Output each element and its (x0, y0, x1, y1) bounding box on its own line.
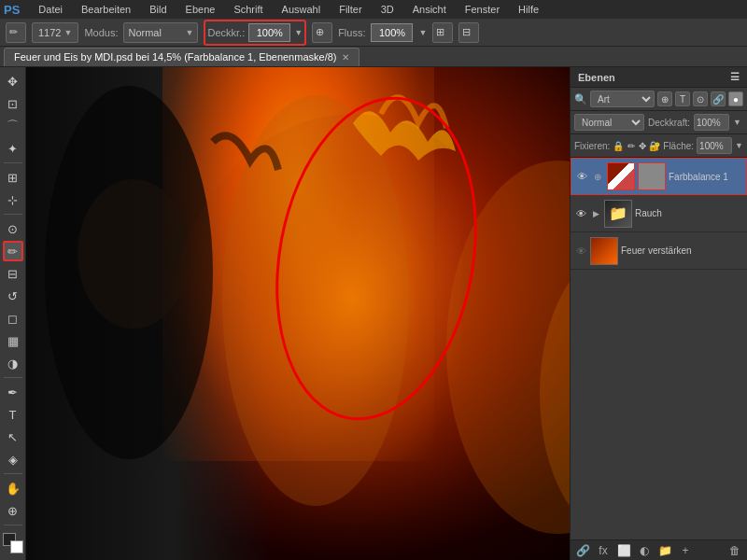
filter-search-icon: 🔍 (574, 93, 587, 105)
layer-visibility-rauch[interactable]: 👁 (574, 207, 587, 220)
add-link-button[interactable]: 🔗 (574, 542, 591, 559)
layer-visibility-feuer[interactable]: 👁 (574, 245, 587, 258)
deckkraft-chevron-icon: ▼ (294, 28, 303, 37)
text-tool-icon[interactable]: T (3, 404, 23, 425)
crop-tool-icon[interactable]: ⊞ (3, 167, 23, 188)
filter-icon-1[interactable]: ⊕ (657, 91, 672, 106)
menu-hilfe[interactable]: Hilfe (514, 2, 543, 17)
fill-chevron-icon: ▼ (735, 141, 743, 150)
extra-option-button[interactable]: ⊟ (458, 22, 479, 43)
dodge-tool-icon[interactable]: ◑ (3, 353, 23, 373)
brush-tool-button[interactable]: ✏ (6, 22, 26, 43)
layer-thumb-feuer (590, 237, 618, 265)
toolbar-separator-3 (4, 377, 22, 378)
menu-bearbeiten[interactable]: Bearbeiten (78, 2, 134, 17)
menu-datei[interactable]: Datei (35, 2, 66, 17)
blend-mode-dropdown[interactable]: Normal (574, 114, 644, 131)
modus-dropdown[interactable]: Normal ▼ (123, 22, 198, 43)
layers-list: 👁 ⊕ Farbbalance 1 👁 ▶ 📁 Rauch (571, 158, 747, 539)
eyedropper-tool-icon[interactable]: ⊹ (3, 189, 23, 210)
layer-name-feuer: Feuer verstärken (621, 245, 743, 256)
app-logo: PS (4, 3, 20, 17)
tabbar: Feuer und Eis by MDI.psd bei 14,5% (Farb… (0, 47, 747, 67)
layer-expand-rauch[interactable]: ▶ (590, 208, 601, 219)
fix-brush-icon[interactable]: ✏ (627, 139, 635, 152)
stamp-tool-icon[interactable]: ⊟ (3, 263, 23, 284)
menu-bild[interactable]: Bild (146, 2, 170, 17)
canvas-area[interactable] (26, 67, 570, 560)
layer-mask-farbbalance (638, 162, 666, 190)
delete-layer-button[interactable]: 🗑 (726, 542, 743, 559)
layers-panel-menu-icon[interactable]: ☰ (730, 71, 740, 83)
filter-icon-3[interactable]: ⊙ (693, 91, 708, 106)
fix-all-icon[interactable]: 🔐 (649, 139, 660, 152)
layer-item-rauch[interactable]: 👁 ▶ 📁 Rauch (571, 195, 747, 232)
modus-value: Normal (128, 27, 161, 38)
layer-name-farbbalance: Farbbalance 1 (669, 172, 742, 182)
menu-filter[interactable]: Filter (335, 2, 365, 17)
fluss-chevron-icon: ▼ (418, 28, 427, 37)
deckkraft-section: Deckkr.: ▼ (204, 20, 306, 46)
add-adjustment-button[interactable]: ◐ (636, 542, 653, 559)
path-select-icon[interactable]: ↖ (3, 427, 23, 447)
menu-fenster[interactable]: Fenster (461, 2, 503, 17)
layer-name-rauch: Rauch (635, 208, 743, 218)
layers-panel-title: Ebenen (578, 72, 615, 83)
fg-bg-color-selector[interactable] (3, 533, 23, 553)
pen-tool-icon[interactable]: ✒ (3, 382, 23, 402)
add-mask-button[interactable]: ⬜ (615, 542, 632, 559)
shape-tool-icon[interactable]: ◈ (3, 449, 23, 469)
brush-size-value: 1172 (38, 27, 61, 38)
airbrush-button[interactable]: ⊕ (312, 22, 332, 43)
fix-lock-icon[interactable]: 🔒 (613, 139, 624, 152)
history-brush-icon[interactable]: ↺ (3, 286, 23, 306)
add-layer-button[interactable]: + (677, 542, 694, 559)
toolbar-separator-2 (4, 214, 22, 215)
eraser-tool-icon[interactable]: ◻ (3, 308, 23, 329)
wand-tool-icon[interactable]: ✦ (3, 138, 23, 159)
layer-filter-dropdown[interactable]: Art (590, 91, 655, 107)
menu-ebene[interactable]: Ebene (182, 2, 219, 17)
fluss-label: Fluss: (338, 27, 365, 38)
filter-toggle[interactable]: ● (728, 91, 743, 106)
layer-item-feuer[interactable]: 👁 Feuer verstärken (571, 232, 747, 270)
background-color[interactable] (10, 540, 23, 553)
brush-size-input[interactable]: 1172 ▼ (32, 22, 78, 43)
toolbar-separator-4 (4, 473, 22, 474)
tablet-pressure-button[interactable]: ⊞ (432, 22, 453, 43)
add-group-button[interactable]: 📁 (656, 542, 673, 559)
gradient-tool-icon[interactable]: ▦ (3, 330, 23, 351)
spot-heal-icon[interactable]: ⊙ (3, 218, 23, 239)
deckkraft-input[interactable] (248, 23, 290, 42)
opacity-input[interactable] (694, 114, 729, 131)
brush-tool-icon[interactable]: ✏ (3, 241, 23, 261)
lasso-tool-icon[interactable]: ⌒ (3, 116, 23, 136)
layer-adjust-icon: ⊕ (591, 170, 604, 183)
marquee-tool-icon[interactable]: ⊡ (3, 93, 23, 114)
fix-move-icon[interactable]: ✥ (638, 139, 646, 152)
fill-label: Fläche: (663, 141, 694, 151)
menu-auswahl[interactable]: Auswahl (278, 2, 325, 17)
fix-row: Fixieren: 🔒 ✏ ✥ 🔐 Fläche: ▼ (571, 134, 747, 158)
filter-icon-4[interactable]: 🔗 (711, 91, 726, 106)
toolbar-separator-5 (4, 525, 22, 525)
menubar: PS Datei Bearbeiten Bild Ebene Schrift A… (0, 0, 747, 19)
tab-close-button[interactable]: ✕ (342, 52, 349, 63)
move-tool-icon[interactable]: ✥ (3, 71, 23, 91)
menu-ansicht[interactable]: Ansicht (409, 2, 450, 17)
brush-size-chevron-icon: ▼ (63, 28, 72, 37)
menu-schrift[interactable]: Schrift (230, 2, 266, 17)
toolbar-separator-1 (4, 162, 22, 163)
zoom-tool-icon[interactable]: ⊕ (3, 500, 23, 521)
fill-input[interactable] (697, 137, 732, 154)
menu-3d[interactable]: 3D (377, 2, 398, 17)
hand-tool-icon[interactable]: ✋ (3, 478, 23, 498)
fluss-input[interactable] (371, 23, 413, 42)
add-style-button[interactable]: fx (595, 542, 612, 559)
layer-visibility-farbbalance[interactable]: 👁 (575, 170, 588, 183)
filter-icon-2[interactable]: T (675, 91, 690, 106)
document-tab[interactable]: Feuer und Eis by MDI.psd bei 14,5% (Farb… (4, 48, 359, 66)
layer-item-farbbalance[interactable]: 👁 ⊕ Farbbalance 1 (571, 158, 747, 195)
modus-label: Modus: (84, 27, 118, 38)
layer-thumb-rauch: 📁 (604, 200, 632, 228)
